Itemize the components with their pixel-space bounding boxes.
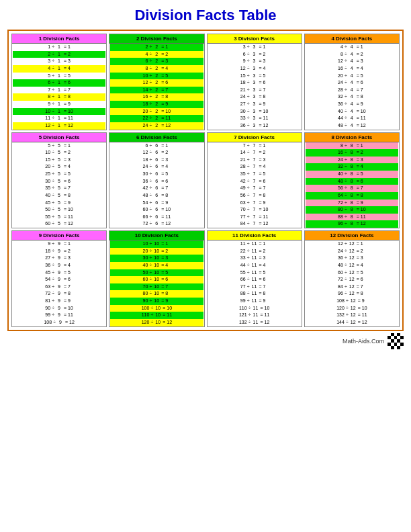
fact-line: 42÷7=6 bbox=[208, 178, 301, 185]
fact-line: 84÷7=12 bbox=[208, 220, 301, 228]
fact-line: 48÷6=8 bbox=[110, 192, 203, 200]
fact-line: 70÷10=7 bbox=[110, 283, 203, 291]
fact-line: 35÷7=5 bbox=[208, 171, 301, 178]
fact-line: 4÷4=1 bbox=[306, 44, 398, 51]
fact-line: 9÷3=3 bbox=[208, 58, 301, 65]
section-body-s7: 7÷7=114÷7=221÷7=328÷7=435÷7=542÷7=649÷7=… bbox=[208, 142, 302, 228]
fact-line: 40÷4=10 bbox=[306, 108, 398, 116]
fact-line: 81÷9=9 bbox=[13, 298, 105, 305]
fact-line: 9÷9=1 bbox=[13, 240, 105, 248]
fact-line: 5÷5=1 bbox=[13, 142, 105, 150]
section-header-s10: 10 Division Facts bbox=[109, 231, 203, 240]
fact-line: 64÷8=8 bbox=[306, 192, 398, 200]
fact-line: 90÷9=10 bbox=[13, 305, 105, 312]
section-header-s6: 6 Division Facts bbox=[109, 133, 203, 142]
fact-line: 24÷4=6 bbox=[306, 79, 398, 87]
fact-line: 50÷10=5 bbox=[110, 269, 203, 277]
fact-line: 121÷11=11 bbox=[208, 312, 301, 319]
fact-line: 33÷11=3 bbox=[208, 255, 301, 262]
fact-line: 55÷11=5 bbox=[208, 269, 301, 277]
fact-line: 40÷8=5 bbox=[306, 171, 398, 178]
fact-line: 36÷3=12 bbox=[208, 122, 301, 130]
fact-line: 66÷11=6 bbox=[208, 276, 301, 283]
fact-line: 66÷6=11 bbox=[110, 214, 203, 221]
fact-line: 77÷7=11 bbox=[208, 214, 301, 221]
fact-line: 132÷11=12 bbox=[208, 319, 301, 326]
section-header-s2: 2 Division Facts bbox=[109, 34, 203, 44]
fact-line: 21÷3=7 bbox=[208, 87, 301, 94]
fact-line: 60÷10=6 bbox=[110, 276, 203, 283]
section-s6: 6 Division Facts6÷6=112÷6=218÷6=324÷6=43… bbox=[109, 132, 204, 229]
section-header-s11: 11 Division Facts bbox=[208, 231, 302, 240]
fact-line: 24÷2=12 bbox=[110, 122, 203, 130]
fact-line: 96÷8=12 bbox=[306, 220, 398, 228]
section-s4: 4 Division Facts4÷4=18÷4=212÷4=316÷4=420… bbox=[304, 34, 400, 130]
fact-line: 30÷3=10 bbox=[208, 108, 301, 116]
fact-line: 84÷12=7 bbox=[306, 283, 398, 291]
fact-line: 99÷9=11 bbox=[13, 312, 105, 319]
fact-line: 6÷6=1 bbox=[110, 142, 203, 150]
fact-line: 20÷2=10 bbox=[110, 108, 203, 116]
fact-line: 72÷12=6 bbox=[306, 276, 398, 283]
fact-line: 44÷4=11 bbox=[306, 115, 398, 122]
fact-line: 7÷7=1 bbox=[208, 142, 301, 150]
section-header-s8: 8 Division Facts bbox=[305, 133, 399, 142]
section-header-s4: 4 Division Facts bbox=[305, 34, 399, 44]
page-title: Division Facts Table bbox=[134, 7, 276, 24]
fact-line: 28÷4=7 bbox=[306, 87, 398, 94]
section-s8: 8 Division Facts8÷8=116÷8=224÷8=332÷8=44… bbox=[304, 132, 400, 229]
section-header-s9: 9 Division Facts bbox=[12, 231, 106, 240]
fact-line: 33÷3=11 bbox=[208, 115, 301, 122]
fact-line: 72÷6=12 bbox=[110, 220, 203, 228]
section-body-s11: 11÷11=122÷11=233÷11=344÷11=455÷11=566÷11… bbox=[208, 240, 302, 326]
fact-line: 100÷10=10 bbox=[110, 305, 203, 312]
fact-line: 16÷2=8 bbox=[110, 93, 203, 101]
fact-line: 20÷4=5 bbox=[306, 73, 398, 80]
fact-line: 49÷7=7 bbox=[208, 185, 301, 192]
fact-line: 16÷8=2 bbox=[306, 149, 398, 157]
fact-line: 63÷9=7 bbox=[13, 283, 105, 291]
section-body-s5: 5÷5=110÷5=215÷5=320÷5=425÷5=530÷5=635÷5=… bbox=[12, 142, 106, 228]
fact-line: 35÷5=7 bbox=[13, 185, 105, 192]
section-body-s8: 8÷8=116÷8=224÷8=332÷8=440÷8=548÷8=656÷8=… bbox=[305, 142, 399, 228]
fact-line: 11÷11=1 bbox=[208, 240, 301, 248]
fact-line: 15÷3=5 bbox=[208, 73, 301, 80]
fact-line: 60÷5=12 bbox=[13, 220, 105, 228]
fact-line: 32÷8=4 bbox=[306, 163, 398, 171]
fact-line: 56÷8=7 bbox=[306, 185, 398, 192]
fact-line: 24÷12=2 bbox=[306, 248, 398, 255]
fact-line: 90÷10=9 bbox=[110, 298, 203, 305]
fact-line: 14÷7=2 bbox=[208, 149, 301, 157]
fact-line: 110÷10=11 bbox=[110, 312, 203, 319]
fact-line: 60÷6=10 bbox=[110, 206, 203, 214]
fact-line: 15÷5=3 bbox=[13, 157, 105, 164]
fact-line: 8÷8=1 bbox=[306, 142, 398, 150]
fact-line: 4÷2=2 bbox=[110, 51, 203, 58]
section-body-s10: 10÷10=120÷10=230÷10=340÷10=450÷10=560÷10… bbox=[109, 240, 203, 326]
fact-line: 12÷6=2 bbox=[110, 149, 203, 157]
fact-line: 3÷3=1 bbox=[208, 44, 301, 51]
fact-line: 120÷12=10 bbox=[306, 305, 398, 312]
fact-line: 4÷1=4 bbox=[13, 65, 105, 73]
section-header-s1: 1 Division Facts bbox=[12, 34, 106, 44]
fact-line: 36÷6=6 bbox=[110, 178, 203, 185]
fact-line: 6÷2=3 bbox=[110, 58, 203, 65]
section-s1: 1 Division Facts1÷1=12÷1=23÷1=34÷1=45÷1=… bbox=[11, 34, 107, 130]
section-body-s3: 3÷3=16÷3=29÷3=312÷3=415÷3=518÷3=621÷3=72… bbox=[208, 44, 302, 130]
fact-line: 28÷7=4 bbox=[208, 163, 301, 171]
section-body-s4: 4÷4=18÷4=212÷4=316÷4=420÷4=524÷4=628÷4=7… bbox=[305, 44, 399, 130]
section-body-s2: 2÷2=14÷2=26÷2=38÷2=410÷2=512÷2=614÷2=716… bbox=[109, 44, 203, 130]
outer-border: 1 Division Facts1÷1=12÷1=23÷1=34÷1=45÷1=… bbox=[7, 30, 404, 331]
fact-line: 60÷12=5 bbox=[306, 269, 398, 277]
fact-line: 48÷12=4 bbox=[306, 262, 398, 269]
section-header-s12: 12 Division Facts bbox=[305, 231, 399, 240]
fact-line: 99÷11=9 bbox=[208, 298, 301, 305]
fact-line: 12÷12=1 bbox=[306, 240, 398, 248]
fact-line: 8÷1=8 bbox=[13, 93, 105, 101]
section-s12: 12 Division Facts12÷12=124÷12=236÷12=348… bbox=[304, 230, 400, 327]
fact-line: 30÷5=6 bbox=[13, 178, 105, 185]
section-body-s12: 12÷12=124÷12=236÷12=348÷12=460÷12=572÷12… bbox=[305, 240, 399, 326]
fact-line: 5÷1=5 bbox=[13, 73, 105, 80]
fact-line: 48÷4=12 bbox=[306, 122, 398, 130]
fact-line: 108÷9=12 bbox=[13, 319, 105, 326]
